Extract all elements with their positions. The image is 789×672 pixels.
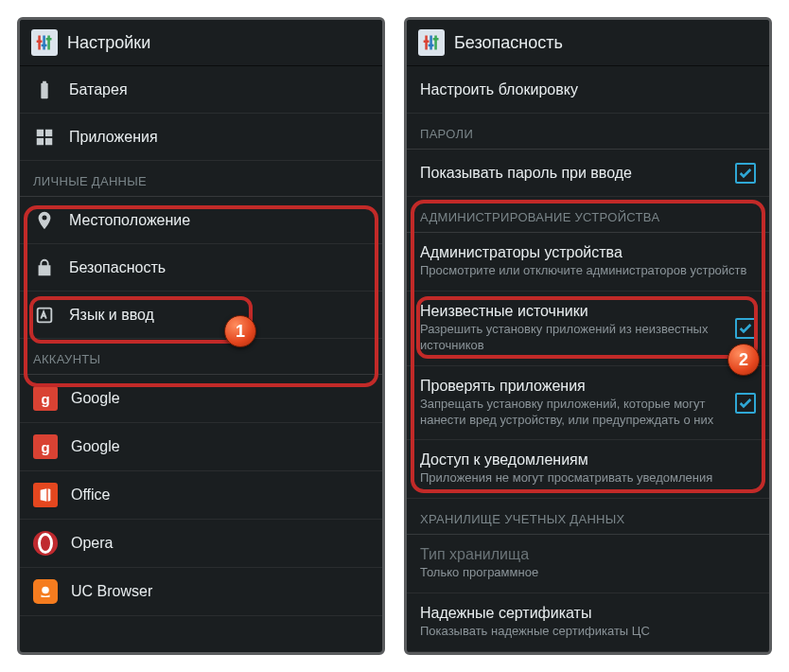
checkbox-show-password[interactable]	[735, 163, 756, 184]
row-location[interactable]: Местоположение	[20, 197, 382, 244]
row-label: UC Browser	[71, 583, 369, 600]
row-label: Тип хранилища	[420, 546, 756, 563]
header-title: Настройки	[67, 33, 150, 53]
section-accounts: АККАУНТЫ	[20, 339, 382, 375]
settings-app-icon	[31, 29, 58, 56]
row-apps[interactable]: Приложения	[20, 114, 382, 161]
section-cred-storage: ХРАНИЛИЩЕ УЧЕТНЫХ ДАННЫХ	[407, 499, 769, 535]
row-storage-type: Тип хранилища Только программное	[407, 535, 769, 593]
row-sublabel: Приложения не могут просматривать уведом…	[420, 470, 756, 486]
row-unknown-sources[interactable]: Неизвестные источники Разрешить установк…	[407, 292, 769, 366]
row-label: Батарея	[69, 81, 369, 98]
svg-rect-4	[42, 44, 47, 47]
row-configure-lock[interactable]: Настроить блокировку	[407, 66, 769, 114]
row-language[interactable]: Язык и ввод	[20, 292, 382, 339]
svg-rect-7	[45, 129, 52, 135]
row-label: Показывать пароль при вводе	[420, 165, 722, 182]
header-title: Безопасность	[454, 33, 563, 53]
row-label: Настроить блокировку	[420, 81, 756, 98]
section-personal: ЛИЧНЫЕ ДАННЫЕ	[20, 161, 382, 197]
row-battery[interactable]: Батарея	[20, 66, 382, 114]
svg-rect-6	[37, 129, 44, 135]
svg-rect-8	[37, 137, 44, 144]
row-label: Google	[71, 438, 369, 455]
svg-rect-16	[429, 44, 434, 47]
uc-browser-icon	[33, 579, 58, 604]
row-office[interactable]: Office	[20, 471, 382, 520]
svg-point-11	[42, 587, 49, 594]
row-google-1[interactable]: g Google	[20, 375, 382, 423]
checkbox-unknown-sources[interactable]	[735, 318, 756, 339]
settings-app-icon	[418, 29, 445, 56]
section-passwords: ПАРОЛИ	[407, 114, 769, 150]
row-verify-apps[interactable]: Проверять приложения Запрещать установку…	[407, 366, 769, 441]
row-label: Администраторы устройства	[420, 244, 756, 261]
google-icon: g	[33, 386, 58, 411]
battery-icon	[33, 79, 56, 101]
opera-icon	[33, 531, 58, 556]
svg-rect-15	[424, 41, 430, 44]
row-sublabel: Разрешить установку приложений из неизве…	[420, 322, 722, 354]
callout-badge-2: 2	[728, 344, 760, 376]
callout-badge-1: 1	[224, 315, 256, 347]
row-label: Google	[71, 390, 369, 407]
header-security: Безопасность	[407, 20, 769, 66]
svg-rect-5	[46, 38, 52, 41]
svg-rect-14	[434, 36, 437, 50]
row-label: Безопасность	[69, 259, 369, 276]
checkbox-verify-apps[interactable]	[735, 393, 756, 414]
settings-screen: Настройки Батарея Приложения ЛИЧНЫЕ ДАНН…	[17, 17, 385, 655]
row-security[interactable]: Безопасность	[20, 244, 382, 292]
row-trusted-certs[interactable]: Надежные сертификаты Показывать надежные…	[407, 593, 769, 652]
apps-icon	[33, 126, 56, 149]
security-screen: Безопасность Настроить блокировку ПАРОЛИ…	[404, 17, 772, 655]
row-sublabel: Показывать надежные сертификаты ЦС	[420, 624, 756, 640]
svg-rect-17	[433, 38, 439, 41]
row-label: Приложения	[69, 129, 369, 146]
location-icon	[33, 209, 56, 232]
office-icon	[33, 483, 58, 507]
row-label: Доступ к уведомлениям	[420, 451, 756, 469]
section-admin: АДМИНИСТРИРОВАНИЕ УСТРОЙСТВА	[407, 197, 769, 233]
row-label: Местоположение	[69, 212, 369, 229]
row-label: Opera	[71, 535, 369, 552]
row-label: Проверять приложения	[420, 378, 722, 395]
row-show-password[interactable]: Показывать пароль при вводе	[407, 150, 769, 197]
row-opera[interactable]: Opera	[20, 520, 382, 568]
row-uc[interactable]: UC Browser	[20, 568, 382, 616]
language-icon	[33, 304, 56, 327]
svg-rect-9	[45, 137, 52, 144]
row-notification-access[interactable]: Доступ к уведомлениям Приложения не могу…	[407, 440, 769, 499]
svg-rect-1	[43, 36, 45, 50]
row-sublabel: Просмотрите или отключите администраторо…	[420, 263, 756, 279]
row-label: Неизвестные источники	[420, 303, 722, 320]
svg-rect-2	[47, 36, 50, 50]
svg-rect-13	[430, 36, 432, 50]
row-sublabel: Только программное	[420, 565, 756, 581]
row-device-admins[interactable]: Администраторы устройства Просмотрите ил…	[407, 233, 769, 292]
row-label: Office	[71, 486, 369, 504]
row-google-2[interactable]: g Google	[20, 423, 382, 471]
row-label: Язык и ввод	[69, 307, 369, 324]
svg-rect-3	[37, 41, 43, 44]
row-sublabel: Запрещать установку приложений, которые …	[420, 397, 722, 429]
google-icon: g	[33, 434, 58, 459]
row-label: Надежные сертификаты	[420, 605, 756, 622]
header-settings: Настройки	[20, 20, 382, 66]
lock-icon	[33, 256, 56, 279]
